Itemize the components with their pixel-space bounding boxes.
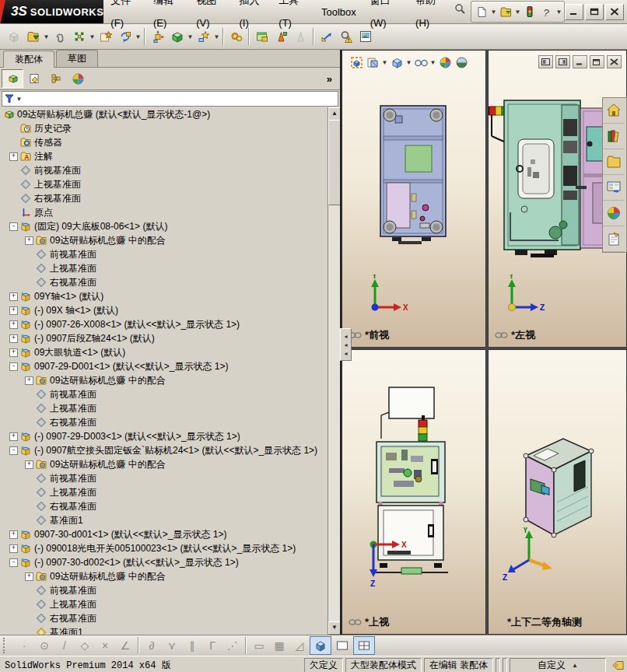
tree-row[interactable]: 传感器 [0,135,340,149]
sketch-rectangle-icon[interactable]: ▭ [249,637,269,654]
tree-row[interactable]: 09达研贴标机总赚 (默认<默认_显示状态-1@>) [0,107,340,121]
view-orientation-icon[interactable] [389,54,405,70]
view-palette-icon[interactable] [603,175,625,201]
expand-toggle-icon[interactable]: + [25,236,33,245]
single-viewport-button[interactable] [331,636,353,655]
tree-row[interactable]: +(-) 0907-26-X008<1> (默认<<默认>_显示状态 1>) [0,317,340,331]
measure-arrow-icon[interactable] [317,26,336,47]
expand-toggle-icon[interactable]: + [9,432,18,441]
tile-left-icon[interactable] [538,55,553,68]
tree-row[interactable]: +(-) 09X 轴<1> (默认) [0,303,340,317]
tree-row[interactable]: 历史记录 [0,121,340,135]
tree-row[interactable]: +A注解 [0,149,340,163]
dropdown-icon[interactable]: ▼ [89,33,96,40]
insert-new-part-icon[interactable] [96,26,115,47]
tree-row[interactable]: 前视基准面 [0,163,340,177]
shaded-view-button[interactable] [310,636,331,655]
sketch-line-icon[interactable]: / [54,637,75,654]
expand-toggle-icon[interactable]: + [9,152,18,161]
isolate-window-icon[interactable] [252,26,271,47]
viewport-top[interactable]: X Z *上视 [342,349,486,635]
tree-filter-bar[interactable]: ▼ [2,91,338,107]
dropdown-icon[interactable]: ▼ [555,9,562,16]
expand-toggle-icon[interactable]: + [9,348,18,357]
dropdown-icon[interactable]: ▼ [43,33,50,40]
tree-row[interactable]: 上视基准面 [0,597,340,611]
interference-detection-icon[interactable] [336,26,356,47]
tile-right-icon[interactable] [555,55,570,68]
dropdown-icon[interactable]: ▼ [213,33,220,40]
apply-scene-icon[interactable] [454,54,469,70]
appearances-scenes-icon[interactable] [603,201,625,226]
scroll-thumb[interactable] [328,120,340,205]
scroll-down-icon[interactable]: ▼ [328,621,340,635]
sketch-angle-icon[interactable]: ∠ [115,637,135,654]
expand-toggle-icon[interactable]: + [25,572,33,581]
sketch-triangle-icon[interactable]: ◿ [289,637,310,654]
sketch-grid-icon[interactable]: ▦ [269,637,289,654]
panel-tab-1[interactable]: 草图 [56,50,98,67]
sketch-circle-icon[interactable]: ⊙ [34,637,54,654]
panel-splitter-handle[interactable]: ◂◂◂ [340,328,352,361]
tree-row[interactable]: 右视基准面 [0,275,340,289]
displaymanager-icon[interactable] [67,69,89,88]
expand-toggle-icon[interactable]: - [9,222,18,231]
hide-show-items-icon[interactable] [413,54,429,70]
dropdown-icon[interactable]: ▼ [514,9,521,16]
dropdown-icon[interactable]: ▼ [187,33,194,40]
tree-row[interactable]: +09达研贴标机总赚 中的配合 [0,569,340,583]
sketch-fillet-icon[interactable]: ∂ [142,637,162,654]
tree-row[interactable]: +(-) 090018光电开关005100023<1> (默认<<默认>_显示状… [0,541,340,555]
tree-row[interactable]: 前视基准面 [0,583,340,597]
tree-row[interactable]: +09Y轴<1> (默认) [0,289,340,303]
panel-tab-0[interactable]: 装配体 [3,51,54,68]
propertymanager-icon[interactable] [23,69,45,88]
tree-row[interactable]: 右视基准面 [0,611,340,625]
expand-toggle-icon[interactable]: - [9,558,18,567]
expand-toggle-icon[interactable]: + [9,306,18,315]
tree-row[interactable]: +09达研贴标机总赚 中的配合 [0,373,340,387]
tree-row[interactable]: 上视基准面 [0,177,340,191]
restore-button[interactable] [585,4,604,20]
filter-dropdown-icon[interactable]: ▼ [16,96,23,103]
toolbox-gears-icon[interactable] [226,26,246,47]
dropdown-icon[interactable]: ▼ [490,9,497,16]
expand-toggle-icon[interactable]: + [9,530,18,539]
assembly-features-icon[interactable] [194,26,213,47]
tree-row[interactable]: -0907-29-D001<1> (默认<<默认>_显示状态 1>) [0,359,340,373]
sketch-construction-icon[interactable]: ⋰ [222,637,243,654]
zoom-fit-icon[interactable] [349,54,364,70]
sketch-mirror-icon[interactable]: ⋎ [162,637,182,654]
tree-row[interactable]: +(-) 0907-29-D003<1> (默认<<默认>_显示状态 1>) [0,429,340,443]
restore-icon[interactable] [590,55,604,68]
custom-properties-icon[interactable] [603,226,625,252]
expand-toggle-icon[interactable]: + [9,292,18,301]
tree-row[interactable]: 上视基准面 [0,401,340,415]
motion-study-icon[interactable] [271,26,291,47]
tree-row[interactable]: 基准面1 [0,513,340,527]
tree-row[interactable]: +09达研贴标机总赚 中的配合 [0,233,340,247]
exploded-view-icon[interactable] [148,26,167,47]
search-icon[interactable] [452,0,468,17]
configurationmanager-icon[interactable] [45,69,67,88]
tree-scrollbar[interactable]: ▲ ▼ [328,107,340,635]
featuremanager-tree-icon[interactable] [2,69,23,88]
tree-row[interactable]: +0907-30-d001<1> (默认<<默认>_显示状态 1>) [0,527,340,541]
design-library-icon[interactable] [603,124,625,149]
viewport-isometric[interactable]: Y Z *上下二等角轴测 [488,349,627,635]
solidworks-resources-icon[interactable] [603,98,625,124]
expand-toggle-icon[interactable]: - [9,446,18,455]
tree-row[interactable]: +09达研贴标机总赚 中的配合 [0,457,340,471]
tree-row[interactable]: 右视基准面 [0,499,340,513]
image-preview-icon[interactable] [356,26,375,47]
status-custom-dropdown[interactable]: 自定义▲ [510,658,606,672]
dropdown-icon[interactable]: ▼ [429,59,436,66]
collaboration-lights-icon[interactable] [521,3,538,20]
minimize-icon[interactable] [573,55,587,68]
tree-row[interactable]: 前视基准面 [0,471,340,485]
tree-row[interactable]: 原点 [0,205,340,219]
toolbar-drag-handle[interactable] [3,638,9,653]
show-hidden-components-icon[interactable] [167,26,187,47]
tree-row[interactable]: 上视基准面 [0,485,340,499]
new-document-icon[interactable] [473,3,490,20]
